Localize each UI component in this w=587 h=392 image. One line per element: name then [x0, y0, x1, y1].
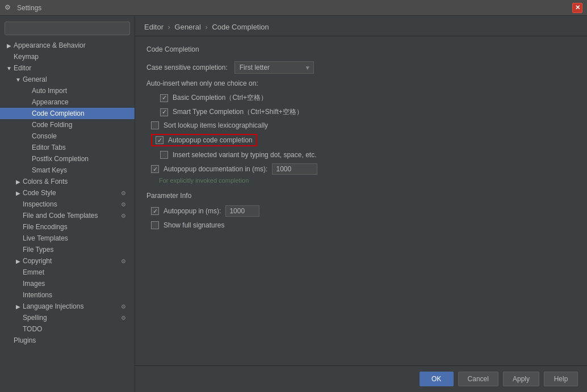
- sidebar-item-copyright[interactable]: ▶Copyright⚙: [0, 255, 135, 267]
- sidebar-item-file-code-templates[interactable]: File and Code Templates⚙: [0, 210, 135, 221]
- sidebar-item-label-intentions: Intentions: [23, 291, 130, 299]
- sidebar-item-config-icon-spelling: ⚙: [121, 315, 130, 321]
- sidebar-item-intentions[interactable]: Intentions: [0, 289, 135, 301]
- sidebar-item-appearance[interactable]: Appearance: [0, 96, 135, 108]
- sidebar-item-label-file-code-templates: File and Code Templates: [23, 212, 120, 220]
- sidebar-item-label-spelling: Spelling: [23, 314, 120, 322]
- sidebar-item-auto-import[interactable]: Auto Import: [0, 85, 135, 96]
- autopopup-in-checkbox[interactable]: [151, 207, 159, 215]
- main-container: ▶Appearance & Behavior Keymap▼Editor▼Gen…: [0, 16, 587, 392]
- sidebar-item-label-code-completion: Code Completion: [32, 109, 130, 117]
- sidebar-item-appearance-behavior[interactable]: ▶Appearance & Behavior: [0, 40, 135, 51]
- sidebar-item-label-file-encodings: File Encodings: [23, 223, 130, 231]
- sidebar-item-config-icon-code-style: ⚙: [121, 190, 130, 196]
- tree-arrow-editor: ▼: [5, 65, 14, 71]
- sidebar-item-label-file-types: File Types: [23, 246, 130, 254]
- auto-insert-row: Auto-insert when only one choice on:: [146, 79, 576, 87]
- show-full-signatures-checkbox[interactable]: [151, 221, 159, 229]
- sidebar-item-console[interactable]: Console: [0, 130, 135, 142]
- sidebar-item-label-appearance: Appearance: [32, 98, 130, 106]
- breadcrumb-code-completion: Code Completion: [212, 23, 269, 31]
- breadcrumb-sep-2: ›: [205, 23, 209, 31]
- show-full-signatures-label: Show full signatures: [163, 221, 224, 229]
- breadcrumb-sep-1: ›: [168, 23, 173, 31]
- sidebar-item-label-keymap: Keymap: [14, 53, 130, 61]
- help-button[interactable]: Help: [544, 372, 578, 386]
- case-sensitive-label: Case sensitive completion:: [146, 64, 228, 71]
- sidebar-item-label-inspections: Inspections: [23, 200, 120, 208]
- sidebar-item-label-todo: TODO: [23, 325, 130, 333]
- close-button[interactable]: ✕: [572, 3, 582, 13]
- sidebar-item-postfix-completion[interactable]: Postfix Completion: [0, 153, 135, 165]
- sidebar-item-file-types[interactable]: File Types: [0, 244, 135, 255]
- sidebar-item-plugins[interactable]: Plugins: [0, 335, 135, 346]
- autopopup-code-checkbox[interactable]: [156, 136, 163, 144]
- tree-arrow-language-injections: ▶: [14, 304, 23, 310]
- hint-text: For explicitly invoked completion: [159, 177, 576, 184]
- sidebar-item-emmet[interactable]: Emmet: [0, 267, 135, 278]
- sidebar-item-colors-fonts[interactable]: ▶Colors & Fonts: [0, 176, 135, 187]
- case-sensitive-dropdown[interactable]: All letters First letter None: [234, 61, 314, 74]
- sidebar-item-config-icon-file-code-templates: ⚙: [121, 213, 130, 219]
- cancel-button[interactable]: Cancel: [458, 372, 498, 386]
- sidebar-item-keymap[interactable]: Keymap: [0, 51, 135, 62]
- sidebar-item-config-icon-language-injections: ⚙: [121, 304, 130, 310]
- window-title: Settings: [17, 4, 572, 12]
- sidebar-item-file-encodings[interactable]: File Encodings: [0, 221, 135, 233]
- sidebar-item-label-general: General: [23, 75, 130, 83]
- insert-selected-label: Insert selected variant by typing dot, s…: [173, 151, 316, 159]
- sidebar-item-general[interactable]: ▼General: [0, 74, 135, 85]
- sidebar-item-language-injections[interactable]: ▶Language Injections⚙: [0, 301, 135, 312]
- sidebar-item-code-style[interactable]: ▶Code Style⚙: [0, 187, 135, 199]
- sidebar-item-todo[interactable]: TODO: [0, 323, 135, 335]
- parameter-info-title: Parameter Info: [146, 192, 576, 200]
- sidebar-item-label-console: Console: [32, 132, 130, 140]
- sidebar-item-editor-tabs[interactable]: Editor Tabs: [0, 142, 135, 153]
- sidebar-item-images[interactable]: Images: [0, 278, 135, 289]
- sort-lookup-row: Sort lookup items lexicographically: [151, 121, 576, 129]
- sidebar-item-label-emmet: Emmet: [23, 268, 130, 276]
- sidebar-item-live-templates[interactable]: Live Templates: [0, 233, 135, 244]
- autopopup-in-row: Autopopup in (ms):: [151, 205, 576, 217]
- insert-selected-row: Insert selected variant by typing dot, s…: [160, 151, 576, 159]
- sidebar-item-label-language-injections: Language Injections: [23, 302, 120, 310]
- smart-type-completion-row: Smart Type Completion（Ctrl+Shift+空格）: [160, 107, 576, 117]
- sidebar-item-editor[interactable]: ▼Editor: [0, 62, 135, 74]
- footer: OK Cancel Apply Help: [135, 365, 587, 392]
- basic-completion-label: Basic Completion（Ctrl+空格）: [173, 93, 267, 103]
- sidebar-item-label-editor: Editor: [14, 64, 130, 72]
- auto-insert-label: Auto-insert when only one choice on:: [146, 79, 258, 87]
- sidebar-item-label-smart-keys: Smart Keys: [32, 166, 130, 174]
- sort-lookup-checkbox[interactable]: [151, 121, 159, 129]
- autopopup-code-label: Autopopup code completion: [168, 136, 253, 144]
- autopopup-doc-input[interactable]: [272, 163, 317, 175]
- search-input[interactable]: [5, 22, 130, 35]
- insert-selected-checkbox[interactable]: [160, 151, 168, 159]
- sidebar-item-smart-keys[interactable]: Smart Keys: [0, 165, 135, 176]
- sidebar-item-label-code-style: Code Style: [23, 189, 120, 197]
- sidebar-item-spelling[interactable]: Spelling⚙: [0, 312, 135, 323]
- sidebar-item-code-folding[interactable]: Code Folding: [0, 119, 135, 130]
- sidebar-item-label-postfix-completion: Postfix Completion: [32, 155, 130, 163]
- sidebar: ▶Appearance & Behavior Keymap▼Editor▼Gen…: [0, 16, 135, 392]
- sidebar-item-inspections[interactable]: Inspections⚙: [0, 199, 135, 210]
- tree-arrow-appearance-behavior: ▶: [5, 43, 14, 49]
- autopopup-in-input[interactable]: [225, 205, 259, 217]
- tree-arrow-code-style: ▶: [14, 190, 23, 196]
- content-area: Editor › General › Code Completion Code …: [135, 16, 587, 392]
- autopopup-code-row: Autopopup code completion: [151, 134, 576, 146]
- breadcrumb-general: General: [175, 23, 201, 31]
- smart-type-completion-checkbox[interactable]: [160, 108, 168, 116]
- apply-button[interactable]: Apply: [503, 372, 539, 386]
- ok-button[interactable]: OK: [420, 372, 454, 386]
- basic-completion-checkbox[interactable]: [160, 94, 168, 102]
- tree-container: ▶Appearance & Behavior Keymap▼Editor▼Gen…: [0, 40, 135, 346]
- tree-arrow-colors-fonts: ▶: [14, 179, 23, 185]
- parameter-info-section: Parameter Info Autopopup in (ms): Show f…: [146, 192, 576, 229]
- sidebar-item-label-appearance-behavior: Appearance & Behavior: [14, 41, 130, 49]
- sidebar-item-label-code-folding: Code Folding: [32, 121, 130, 129]
- sidebar-item-code-completion[interactable]: Code Completion: [0, 108, 135, 119]
- breadcrumb: Editor › General › Code Completion: [135, 16, 587, 36]
- autopopup-doc-checkbox[interactable]: [151, 165, 159, 173]
- sidebar-item-label-editor-tabs: Editor Tabs: [32, 144, 130, 151]
